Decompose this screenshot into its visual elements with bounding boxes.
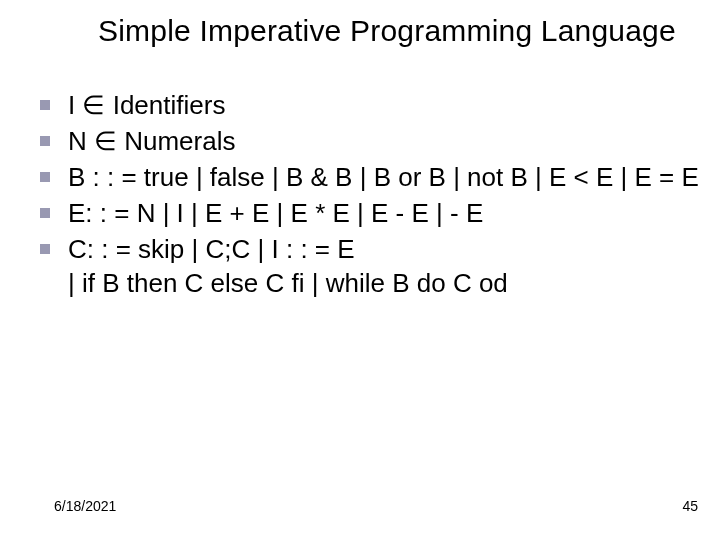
footer-date: 6/18/2021	[54, 498, 116, 514]
list-item: I ∈ Identifiers	[40, 88, 700, 122]
list-item-text: E: : = N | I | E + E | E * E | E - E | -…	[68, 196, 700, 230]
bullet-icon	[40, 244, 50, 254]
list-item-text: C: : = skip | C;C | I : : = E| if B then…	[68, 232, 700, 300]
bullet-icon	[40, 172, 50, 182]
list-item-text: I ∈ Identifiers	[68, 88, 700, 122]
list-item: B : : = true | false | B & B | B or B | …	[40, 160, 700, 194]
list-item-text: N ∈ Numerals	[68, 124, 700, 158]
list-item-text: B : : = true | false | B & B | B or B | …	[68, 160, 700, 194]
list-item: N ∈ Numerals	[40, 124, 700, 158]
slide-body: I ∈ Identifiers N ∈ Numerals B : : = tru…	[40, 88, 700, 302]
slide-title: Simple Imperative Programming Language	[98, 14, 710, 48]
bullet-icon	[40, 100, 50, 110]
bullet-icon	[40, 208, 50, 218]
footer-page-number: 45	[682, 498, 698, 514]
bullet-icon	[40, 136, 50, 146]
list-item: C: : = skip | C;C | I : : = E| if B then…	[40, 232, 700, 300]
list-item: E: : = N | I | E + E | E * E | E - E | -…	[40, 196, 700, 230]
slide: Simple Imperative Programming Language I…	[0, 0, 720, 540]
